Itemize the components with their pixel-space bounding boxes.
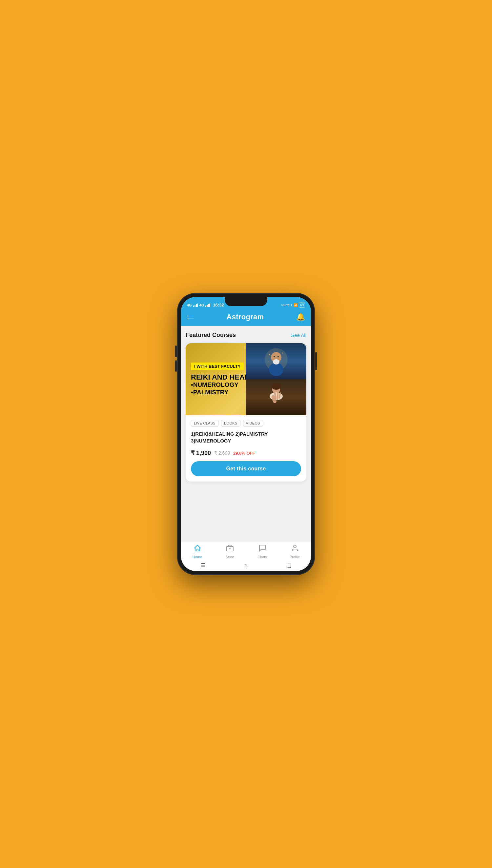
course-name: 1)REIKI&HEALING 2)PALMISTRY 3)NUMEROLOGY <box>191 430 301 444</box>
card-body: LIVE CLASS BOOKS VIDEOS 1)REIKI&HEALING … <box>186 415 306 481</box>
price-original: ₹ 2,699 <box>214 450 230 456</box>
network1-label: 4G <box>187 303 192 307</box>
nav-store[interactable]: Store <box>214 544 246 559</box>
course-image: I WITH BEST FACULTY REIKI AND HEALING •N… <box>186 343 306 415</box>
guru-svg <box>263 345 289 378</box>
volume-down-button[interactable] <box>175 360 177 372</box>
main-content: Featured Courses See All I WITH BEST FAC… <box>181 326 311 541</box>
sys-menu-button[interactable]: ☰ <box>201 562 205 569</box>
see-all-link[interactable]: See All <box>291 333 306 338</box>
bottom-nav: Home Store <box>181 541 311 560</box>
chats-icon <box>259 544 266 554</box>
sys-home-button[interactable]: ⌂ <box>244 562 248 569</box>
sys-back-button[interactable]: ⬚ <box>286 562 291 569</box>
price-row: ₹ 1,900 ₹ 2,699 29.6% OFF <box>191 449 301 456</box>
notification-bell-icon[interactable]: 🔔 <box>296 313 305 321</box>
store-icon <box>226 544 234 554</box>
nav-chats[interactable]: Chats <box>246 544 278 559</box>
guru-photo <box>246 343 306 379</box>
volume-up-button[interactable] <box>175 345 177 357</box>
featured-section-header: Featured Courses See All <box>186 332 306 339</box>
notch <box>225 297 267 306</box>
nav-profile-label: Profile <box>290 555 300 559</box>
section-title: Featured Courses <box>186 332 236 339</box>
svg-point-3 <box>273 359 279 365</box>
nav-chats-label: Chats <box>257 555 267 559</box>
battery-label: 69 <box>299 303 305 308</box>
palm-photo <box>246 379 306 415</box>
system-bar: ☰ ⌂ ⬚ <box>181 560 311 571</box>
price-current: ₹ 1,900 <box>191 449 211 456</box>
nav-profile[interactable]: Profile <box>278 544 311 559</box>
wifi-icon: 📶 <box>294 303 297 307</box>
nav-home-label: Home <box>193 555 202 559</box>
svg-rect-14 <box>277 392 278 399</box>
tag-videos: VIDEOS <box>243 420 263 426</box>
svg-point-19 <box>294 545 296 548</box>
app-title: Astrogram <box>227 313 264 321</box>
svg-point-5 <box>277 356 279 357</box>
time-label: 16:32 <box>213 303 224 308</box>
svg-point-1 <box>269 363 284 376</box>
power-button[interactable] <box>315 352 317 370</box>
svg-point-10 <box>272 383 281 390</box>
signal-bars-1 <box>193 304 198 307</box>
home-icon <box>194 544 201 554</box>
hamburger-menu-button[interactable] <box>187 315 194 319</box>
nav-home[interactable]: Home <box>181 544 214 559</box>
price-off-badge: 29.6% OFF <box>233 451 255 456</box>
svg-point-6 <box>269 354 270 355</box>
status-left: 4G 4G 16:32 <box>187 303 224 308</box>
phone-screen: 4G 4G 16:32 VoLTE 1 📶 <box>181 297 311 571</box>
svg-point-4 <box>274 356 275 357</box>
course-card: I WITH BEST FACULTY REIKI AND HEALING •N… <box>186 343 306 481</box>
volte-label: VoLTE 1 <box>281 304 292 307</box>
app-header: Astrogram 🔔 <box>181 309 311 326</box>
photo-collage <box>246 343 306 415</box>
tag-books: BOOKS <box>221 420 240 426</box>
phone-frame: 4G 4G 16:32 VoLTE 1 📶 <box>177 293 315 575</box>
network2-label: 4G <box>199 303 204 307</box>
signal-bars-2 <box>205 304 210 307</box>
status-right: VoLTE 1 📶 69 <box>281 303 305 308</box>
palm-svg <box>263 383 289 412</box>
tags-row: LIVE CLASS BOOKS VIDEOS <box>191 420 301 426</box>
svg-point-8 <box>268 361 268 362</box>
get-course-button[interactable]: Get this course <box>191 461 301 476</box>
nav-store-label: Store <box>225 555 234 559</box>
course-badge: I WITH BEST FACULTY <box>191 363 244 370</box>
svg-point-7 <box>282 353 284 354</box>
profile-icon <box>291 544 299 554</box>
tag-live-class: LIVE CLASS <box>191 420 218 426</box>
